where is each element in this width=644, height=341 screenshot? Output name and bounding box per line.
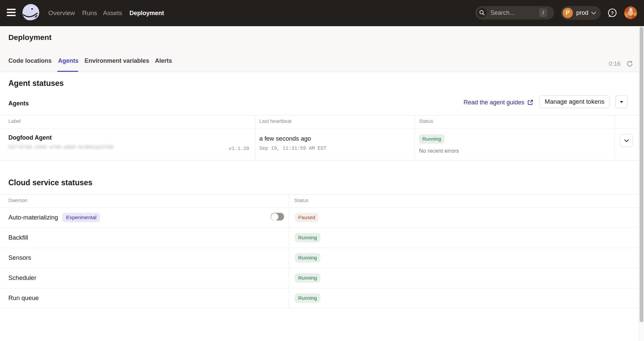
svg-text:?: ? bbox=[611, 10, 614, 16]
